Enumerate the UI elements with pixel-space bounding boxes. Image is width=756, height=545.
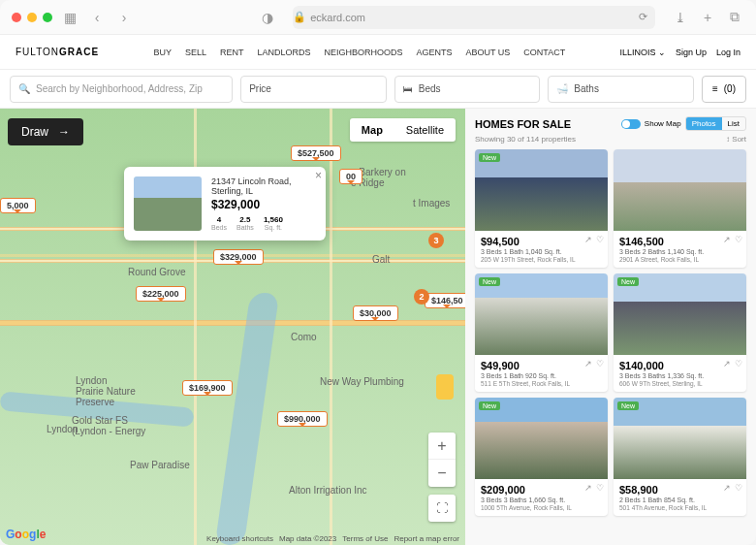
share-icon[interactable]: ↗ (723, 235, 731, 244)
listings-title: HOMES FOR SALE (475, 118, 571, 130)
forward-icon[interactable]: › (114, 8, 134, 27)
draw-label: Draw (21, 125, 48, 139)
nav-neighborhoods[interactable]: NEIGHBORHOODS (324, 48, 402, 57)
fullscreen-button[interactable]: ⛶ (428, 495, 456, 522)
price-marker[interactable]: 00 (339, 169, 362, 184)
beds-filter[interactable]: 🛏Beds (394, 76, 541, 103)
price-marker[interactable]: 5,000 (0, 198, 36, 213)
region-select[interactable]: ILLINOIS ⌄ (619, 48, 666, 57)
heart-icon[interactable]: ♡ (735, 359, 742, 369)
nav-buy[interactable]: BUY (153, 48, 172, 57)
listing-photo[interactable]: New (475, 398, 608, 479)
heart-icon[interactable]: ♡ (735, 483, 742, 493)
nav-rent[interactable]: RENT (220, 48, 244, 57)
map-place-label: t Images (413, 198, 450, 208)
tabs-icon[interactable]: ⧉ (725, 8, 744, 27)
search-input[interactable]: 🔍 Search by Neighborhood, Address, Zip (10, 76, 233, 103)
zoom-out-button[interactable]: − (428, 460, 456, 487)
address-bar[interactable]: 🔒 eckard.com ⟳ (293, 6, 655, 29)
login-link[interactable]: Log In (716, 48, 740, 57)
listing-details: 2 Beds 1 Bath 854 Sq. ft. (619, 497, 740, 503)
listing-grid: New↗♡$94,5003 Beds 1 Bath 1,040 Sq. ft.2… (475, 149, 746, 516)
popup-sqft-label: Sq. ft. (264, 224, 283, 231)
download-icon[interactable]: ⤓ (671, 8, 690, 27)
pegman-icon[interactable] (436, 374, 454, 400)
heart-icon[interactable]: ♡ (596, 359, 604, 369)
showmap-toggle[interactable] (621, 119, 641, 129)
listing-photo[interactable]: New (614, 398, 746, 479)
max-dot[interactable] (43, 13, 52, 22)
newtab-icon[interactable]: + (698, 8, 717, 27)
min-dot[interactable] (27, 13, 37, 22)
logo[interactable]: FULTONGRACE (16, 47, 99, 57)
photos-view-button[interactable]: Photos (686, 117, 722, 130)
sidebar-icon[interactable]: ▦ (60, 8, 79, 27)
listing-card[interactable]: New↗♡$209,0003 Beds 3 Baths 1,660 Sq. ft… (475, 398, 608, 516)
bed-icon: 🛏 (403, 83, 413, 94)
popup-beds: 4 (217, 215, 221, 224)
listing-card[interactable]: New↗♡$140,0003 Beds 3 Baths 1,336 Sq. ft… (614, 273, 746, 392)
price-filter[interactable]: Price (240, 76, 387, 103)
heart-icon[interactable]: ♡ (735, 235, 742, 244)
reload-icon[interactable]: ⟳ (639, 11, 655, 23)
beds-label: Beds (419, 83, 441, 94)
cluster-marker[interactable]: 2 (414, 289, 429, 305)
listing-address: 2901 A Street, Rock Falls, IL (619, 256, 740, 263)
map-tab[interactable]: Map (350, 118, 394, 142)
nav-landlords[interactable]: LANDLORDS (257, 48, 310, 57)
listings-panel: HOMES FOR SALE Show Map Photos List Show… (465, 109, 756, 545)
share-icon[interactable]: ↗ (584, 235, 592, 244)
close-icon[interactable]: × (315, 169, 322, 182)
listing-card[interactable]: ↗♡$146,5003 Beds 2 Baths 1,140 Sq. ft.29… (614, 149, 746, 268)
price-marker[interactable]: $329,000 (213, 249, 264, 265)
map-view[interactable]: Draw → Map Satellite $527,5005,000$329,0… (0, 109, 465, 545)
price-marker[interactable]: $30,000 (353, 305, 398, 321)
share-icon[interactable]: ↗ (584, 483, 592, 493)
price-marker[interactable]: $527,500 (291, 145, 341, 161)
main-nav: BUY SELL RENT LANDLORDS NEIGHBORHOODS AG… (153, 48, 565, 57)
listing-photo[interactable]: New (614, 273, 746, 355)
price-marker[interactable]: $990,000 (277, 411, 328, 427)
new-badge: New (617, 401, 639, 410)
price-marker[interactable]: $225,000 (136, 286, 186, 302)
share-icon[interactable]: ↗ (723, 483, 731, 493)
satellite-tab[interactable]: Satellite (394, 118, 456, 142)
heart-icon[interactable]: ♡ (596, 235, 604, 244)
price-marker[interactable]: $146,50 (425, 293, 465, 308)
site-header: FULTONGRACE BUY SELL RENT LANDLORDS NEIG… (0, 35, 756, 70)
listing-photo[interactable] (614, 149, 746, 231)
nav-agents[interactable]: AGENTS (416, 48, 452, 57)
listing-card[interactable]: New↗♡$49,9003 Beds 1 Bath 920 Sq. ft.511… (475, 273, 608, 392)
arrow-right-icon: → (58, 125, 70, 139)
listing-card[interactable]: New↗♡$94,5003 Beds 1 Bath 1,040 Sq. ft.2… (475, 149, 608, 268)
heart-icon[interactable]: ♡ (596, 483, 604, 493)
nav-contact[interactable]: CONTACT (523, 48, 565, 57)
close-dot[interactable] (12, 13, 21, 22)
listing-photo[interactable]: New (475, 273, 608, 355)
report-link[interactable]: Report a map error (394, 534, 459, 543)
shield-icon[interactable]: ◑ (258, 8, 277, 27)
listing-card[interactable]: New↗♡$58,9002 Beds 1 Bath 854 Sq. ft.501… (614, 398, 746, 516)
sort-button[interactable]: ↕ Sort (726, 135, 746, 144)
cluster-marker[interactable]: 3 (428, 233, 444, 248)
search-filters: 🔍 Search by Neighborhood, Address, Zip P… (0, 70, 756, 109)
nav-about[interactable]: ABOUT US (466, 48, 511, 57)
zoom-in-button[interactable]: + (428, 433, 456, 460)
list-view-button[interactable]: List (722, 117, 745, 130)
terms-link[interactable]: Terms of Use (342, 534, 388, 543)
nav-sell[interactable]: SELL (185, 48, 206, 57)
baths-filter[interactable]: 🛁Baths (548, 76, 694, 103)
more-filters-button[interactable]: ≡ (0) (702, 76, 746, 103)
popup-photo[interactable] (134, 176, 202, 231)
popup-address1: 21347 Lincoln Road, (211, 176, 292, 186)
signup-link[interactable]: Sign Up (676, 48, 707, 57)
back-icon[interactable]: ‹ (87, 8, 107, 27)
listing-photo[interactable]: New (475, 149, 608, 231)
price-marker[interactable]: $169,900 (182, 380, 233, 396)
chevron-down-icon: ⌄ (658, 48, 666, 57)
popup-address2: Sterling, IL (211, 186, 292, 196)
draw-button[interactable]: Draw → (8, 118, 83, 145)
share-icon[interactable]: ↗ (584, 359, 592, 369)
keyboard-shortcuts-link[interactable]: Keyboard shortcuts (206, 534, 273, 543)
share-icon[interactable]: ↗ (723, 359, 731, 369)
